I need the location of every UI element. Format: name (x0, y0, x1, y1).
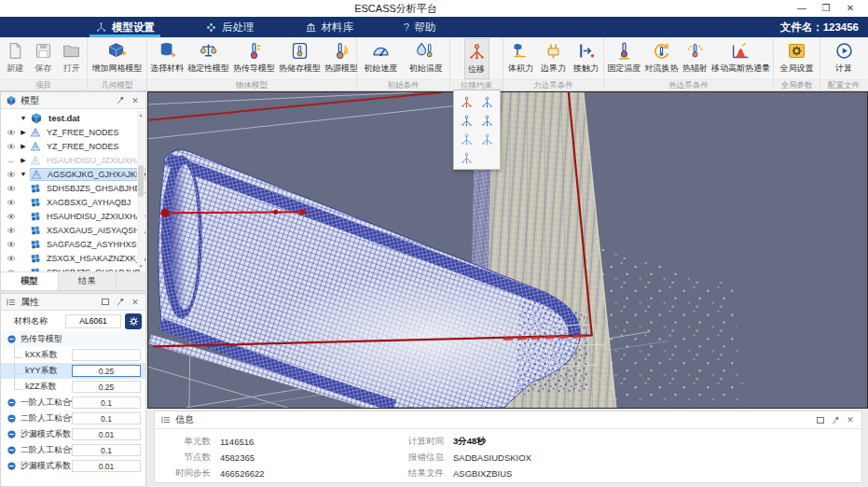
eye-icon[interactable] (6, 170, 17, 179)
save-button[interactable]: 保存 (32, 38, 55, 79)
group-label: 物体模型 (147, 79, 356, 90)
hourglass1-input[interactable] (72, 428, 141, 440)
convection-button[interactable]: 对流换热 (642, 38, 680, 79)
eye-icon[interactable] (6, 226, 17, 235)
viscosity1-input[interactable] (72, 397, 141, 409)
eye-icon[interactable] (6, 142, 17, 151)
tab-model[interactable]: 模型 (1, 272, 59, 290)
tree-root[interactable]: ▼ test.dat (1, 111, 145, 125)
tree-item[interactable]: HSAUHDISU_JZXIUXHAHX (1, 209, 145, 223)
eye-icon[interactable] (6, 240, 17, 249)
scroll-down-icon[interactable]: ▼ (137, 262, 145, 270)
caret-down-icon[interactable]: ▼ (20, 171, 27, 177)
fixed-temperature-button[interactable]: 固定温度 (605, 38, 642, 79)
tree-item[interactable]: XSAXGAUS_AISYAQSH_ASHX (1, 223, 145, 237)
tree-scrollbar[interactable]: ▲ ▼ (137, 111, 145, 270)
heat-source-model-button[interactable]: 热源模型 (323, 38, 360, 79)
tree-item[interactable]: ▶ HSAUHDISU_JZXIUXHAHX (1, 153, 145, 167)
initial-temperature-button[interactable]: 初始温度 (407, 38, 445, 79)
open-button[interactable]: 打开 (60, 38, 83, 79)
eye-icon[interactable] (6, 254, 17, 263)
body-force-icon (511, 41, 530, 61)
contact-force-button[interactable]: 接触力 (572, 38, 600, 79)
eye-icon[interactable] (6, 184, 17, 193)
collapse-icon[interactable] (7, 429, 17, 439)
pin-icon[interactable] (115, 95, 126, 106)
close-icon[interactable]: ✕ (845, 414, 856, 425)
eye-icon[interactable] (6, 198, 17, 207)
moving-gaussian-flux-button[interactable]: 移动高斯热通量 (710, 38, 772, 79)
displacement-button[interactable]: 位移 (464, 38, 489, 79)
collapse-icon[interactable] (7, 445, 17, 455)
tree-item[interactable]: ▶ YZ_FREE_NODES (1, 125, 145, 139)
viscosity2-input[interactable] (72, 412, 141, 424)
displacement-option-xy[interactable] (459, 113, 474, 128)
scrollbar-thumb[interactable] (138, 165, 144, 197)
eye-icon[interactable] (6, 212, 17, 221)
scroll-up-icon[interactable]: ▲ (137, 111, 145, 118)
tree-item[interactable]: ZSXGX_HSAKAZNZXK_AMASX (1, 251, 145, 265)
caret-right-icon[interactable]: ▶ (20, 143, 27, 150)
heat-conduction-model-button[interactable]: 热传导模型 (231, 38, 277, 79)
tree-item[interactable]: ▶ YZ_FREE_NODES (1, 139, 145, 153)
pin-icon[interactable] (115, 297, 126, 308)
maximize-button[interactable]: ❐ (816, 2, 836, 15)
mesh-icon (31, 169, 42, 180)
viewport-3d[interactable] (147, 91, 868, 409)
tree-item[interactable]: SAGFASGZ_ASYHHXSN (1, 237, 145, 251)
window-controls: — ❐ ✕ (792, 2, 868, 15)
compute-button[interactable]: 计算 (833, 38, 856, 79)
displacement-option-xyz[interactable] (480, 94, 495, 109)
select-material-button[interactable]: 选择材料 (148, 38, 186, 79)
tab-label: 后处理 (222, 21, 255, 35)
boundary-force-icon (544, 41, 563, 61)
tree-item-selected[interactable]: ▼ AGSGKJKG_GJHXAJKHXA (1, 167, 145, 181)
displacement-option-xz[interactable] (480, 113, 495, 128)
add-mesh-model-button[interactable]: 增加网格模型 (90, 38, 145, 79)
restore-icon[interactable] (815, 414, 826, 425)
collapse-icon[interactable] (7, 334, 17, 344)
heat-storage-model-button[interactable]: 热储存模型 (277, 38, 323, 79)
collapse-icon[interactable] (7, 413, 17, 424)
eye-icon[interactable] (6, 128, 17, 137)
collapse-icon[interactable] (7, 461, 17, 471)
tree-item[interactable]: SDHSBJZS_GHSABJHB_ZAHU (1, 181, 145, 195)
minimize-button[interactable]: — (792, 2, 812, 15)
material-name-input[interactable] (65, 314, 121, 328)
close-icon[interactable]: ✕ (130, 297, 141, 308)
kxx-input[interactable] (72, 349, 141, 361)
boundary-force-button[interactable]: 边界力 (539, 38, 568, 79)
tab-results[interactable]: 结果 (59, 272, 117, 290)
tab-help[interactable]: ? 帮助 (391, 17, 448, 37)
displacement-option-x[interactable] (480, 132, 495, 146)
eye-off-icon[interactable] (6, 156, 17, 165)
hourglass2-input[interactable] (72, 460, 141, 472)
displacement-option-free[interactable] (459, 150, 474, 165)
conduction-group-row[interactable]: 热传导模型 (1, 331, 145, 347)
viscosity3-input[interactable] (72, 444, 141, 456)
caret-down-icon[interactable]: ▼ (20, 115, 27, 121)
caret-right-icon[interactable]: ▶ (20, 157, 27, 164)
caret-right-icon[interactable]: ▶ (20, 129, 27, 136)
tree-item[interactable]: XAGBSXG_AYHAQBJ (1, 195, 145, 209)
close-button[interactable]: ✕ (840, 2, 861, 15)
displacement-option-yz[interactable] (459, 132, 474, 146)
restore-icon[interactable] (100, 297, 111, 308)
tab-post-processing[interactable]: 后处理 (192, 17, 268, 37)
stability-model-button[interactable]: 稳定性模型 (186, 38, 231, 79)
tab-model-settings[interactable]: 模型设置 (82, 17, 168, 37)
body-force-button[interactable]: 体积力 (506, 38, 535, 79)
material-settings-button[interactable] (125, 313, 142, 329)
collapse-icon[interactable] (7, 397, 17, 408)
global-settings-button[interactable]: 全局设置 (778, 38, 816, 79)
close-icon[interactable]: ✕ (130, 95, 141, 106)
tree-item[interactable]: SDHSBJZS_GHSABJHB_ZAHU (1, 265, 145, 271)
tab-material-library[interactable]: 材料库 (292, 17, 367, 37)
new-button[interactable]: 新建 (4, 38, 27, 79)
displacement-option-xyz-red[interactable] (459, 94, 474, 109)
pin-icon[interactable] (830, 414, 841, 425)
initial-velocity-button[interactable]: 初始速度 (362, 38, 399, 79)
thermal-radiation-button[interactable]: 热辐射 (681, 38, 710, 79)
kyy-input[interactable] (72, 365, 141, 377)
kzz-input[interactable] (72, 381, 141, 393)
